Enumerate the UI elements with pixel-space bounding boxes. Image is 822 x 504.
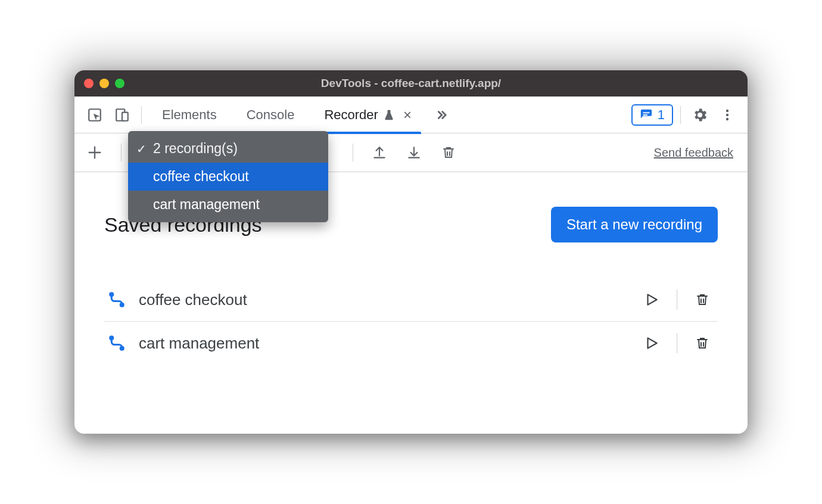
- recordings-list: coffee checkout cart management: [104, 278, 718, 365]
- issues-count: 1: [658, 107, 665, 123]
- recorder-toolbar: 2 recording(s) coffee checkout cart mana…: [74, 133, 748, 172]
- divider: [677, 333, 677, 353]
- issues-icon: [640, 108, 653, 122]
- close-tab-icon[interactable]: ×: [403, 108, 412, 122]
- window-close-button[interactable]: [84, 79, 94, 88]
- send-feedback-link[interactable]: Send feedback: [654, 146, 733, 160]
- dropdown-header[interactable]: 2 recording(s): [128, 135, 328, 163]
- dropdown-item-label: cart management: [153, 197, 260, 212]
- tabs-bar: Elements Console Recorder × 1: [74, 97, 748, 133]
- divider: [677, 290, 677, 310]
- titlebar: DevTools - coffee-cart.netlify.app/: [74, 70, 748, 97]
- flow-icon: [108, 334, 126, 352]
- window-minimize-button[interactable]: [99, 79, 109, 88]
- tab-label: Recorder: [324, 107, 378, 123]
- dropdown-item[interactable]: coffee checkout: [128, 163, 328, 191]
- tab-elements[interactable]: Elements: [149, 97, 230, 133]
- settings-icon[interactable]: [688, 103, 712, 127]
- svg-rect-3: [643, 112, 649, 113]
- delete-recording-icon[interactable]: [690, 331, 714, 355]
- tab-label: Elements: [162, 107, 217, 123]
- kebab-menu-icon[interactable]: [715, 103, 739, 127]
- start-recording-button[interactable]: Start a new recording: [551, 207, 718, 242]
- svg-point-7: [726, 117, 728, 120]
- recordings-dropdown: 2 recording(s) coffee checkout cart mana…: [128, 131, 328, 222]
- dropdown-item[interactable]: cart management: [128, 191, 328, 219]
- issues-chip[interactable]: 1: [631, 104, 673, 126]
- experiment-icon: [383, 109, 395, 121]
- delete-recording-icon[interactable]: [690, 288, 714, 312]
- divider: [121, 144, 122, 161]
- add-recording-icon[interactable]: [83, 141, 107, 164]
- tab-recorder[interactable]: Recorder ×: [311, 97, 425, 133]
- svg-point-9: [120, 303, 123, 306]
- play-recording-icon[interactable]: [640, 288, 664, 312]
- divider: [353, 144, 353, 161]
- flow-icon: [108, 291, 126, 309]
- tab-label: Console: [247, 107, 295, 123]
- recording-row[interactable]: coffee checkout: [104, 278, 718, 322]
- tab-console[interactable]: Console: [233, 97, 308, 133]
- devtools-window: DevTools - coffee-cart.netlify.app/ Elem…: [74, 70, 748, 434]
- export-icon[interactable]: [368, 141, 391, 164]
- divider: [141, 106, 142, 124]
- dropdown-header-label: 2 recording(s): [153, 141, 238, 156]
- window-zoom-button[interactable]: [115, 79, 124, 88]
- traffic-lights: [84, 79, 124, 88]
- svg-rect-4: [643, 114, 647, 116]
- recording-name: coffee checkout: [139, 291, 627, 309]
- more-tabs-icon[interactable]: [428, 103, 452, 127]
- inspect-element-icon[interactable]: [83, 103, 107, 127]
- svg-point-6: [726, 113, 728, 116]
- divider: [680, 106, 681, 124]
- svg-point-5: [726, 109, 728, 111]
- device-toggle-icon[interactable]: [110, 103, 134, 127]
- svg-rect-2: [122, 112, 128, 120]
- recording-name: cart management: [139, 334, 627, 353]
- svg-point-11: [120, 347, 123, 350]
- delete-icon[interactable]: [437, 141, 460, 164]
- recording-row[interactable]: cart management: [104, 322, 718, 365]
- window-title: DevTools - coffee-cart.netlify.app/: [74, 77, 748, 90]
- dropdown-item-label: coffee checkout: [153, 169, 249, 184]
- play-recording-icon[interactable]: [640, 331, 664, 355]
- import-icon[interactable]: [402, 141, 426, 164]
